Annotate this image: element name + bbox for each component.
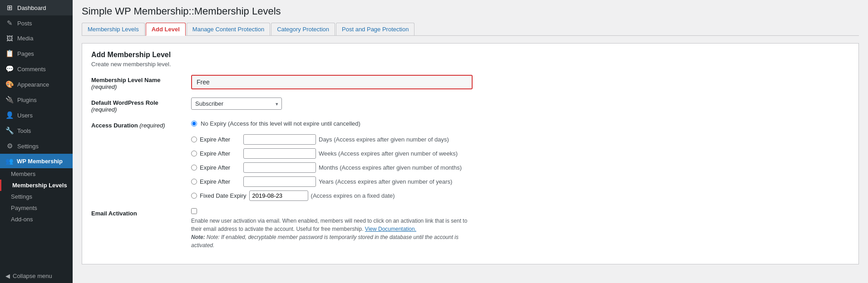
comments-icon: 💬: [5, 65, 14, 73]
form-section: Add Membership Level Create new membersh…: [82, 43, 859, 264]
email-activation-checkbox[interactable]: [191, 208, 197, 214]
tabs-container: Membership Levels Add Level Manage Conte…: [82, 23, 859, 36]
wp-membership-header[interactable]: 👥 WP Membership: [0, 154, 73, 168]
expire-days-label: Expire After: [200, 136, 241, 143]
tab-membership-levels[interactable]: Membership Levels: [82, 23, 145, 35]
sidebar-item-comments[interactable]: 💬 Comments: [0, 61, 73, 77]
sidebar-item-label: Comments: [17, 66, 46, 73]
plugins-icon: 🔌: [5, 96, 14, 104]
sidebar-item-label: Pages: [17, 50, 34, 57]
sidebar-item-appearance[interactable]: 🎨 Appearance: [0, 77, 73, 92]
expire-weeks-label: Expire After: [200, 150, 241, 157]
fixed-date-desc: (Access expires on a fixed date): [311, 192, 395, 199]
email-label: Email Activation: [91, 208, 182, 217]
radio-expire-months[interactable]: [191, 165, 197, 171]
radio-expire-days-row: Expire After Days (Access expires after …: [191, 134, 473, 145]
dashboard-icon: ⊞: [5, 4, 14, 12]
sidebar-submenu-payments[interactable]: Payments: [0, 202, 73, 214]
expire-years-label: Expire After: [200, 178, 241, 185]
expire-years-desc: Years (Access expires after given number…: [319, 178, 452, 185]
wp-membership-label: WP Membership: [17, 158, 63, 165]
collapse-menu-icon: ◀: [5, 273, 10, 279]
email-checkbox-row: [191, 208, 473, 214]
sidebar-item-label: Plugins: [17, 97, 37, 103]
radio-expire-years-row: Expire After Years (Access expires after…: [191, 176, 473, 187]
sidebar-submenu-members[interactable]: Members: [0, 168, 73, 180]
role-select[interactable]: Subscriber Editor Author Contributor Adm…: [191, 98, 282, 110]
fixed-date-label: Fixed Date Expiry: [200, 192, 247, 199]
tab-add-level[interactable]: Add Level: [146, 23, 186, 36]
no-expiry-label: No Expiry (Access for this level will no…: [201, 120, 360, 127]
name-required: (required): [91, 83, 117, 90]
sidebar-item-posts[interactable]: ✎ Posts: [0, 15, 73, 31]
form-section-title: Add Membership Level: [91, 51, 849, 59]
email-control: Enable new user activation via email. Wh…: [191, 208, 473, 249]
expire-weeks-desc: Weeks (Access expires after given number…: [319, 150, 458, 157]
sidebar-item-label: Dashboard: [17, 5, 46, 11]
email-note: Note: Note: If enabled, decryptable memb…: [191, 234, 459, 249]
radio-expire-days[interactable]: [191, 137, 197, 142]
page-title: Simple WP Membership::Membership Levels: [82, 5, 859, 17]
sidebar-item-plugins[interactable]: 🔌 Plugins: [0, 92, 73, 107]
duration-label: Access Duration (required): [91, 120, 182, 129]
sidebar: ⊞ Dashboard ✎ Posts 🖼 Media 📋 Pages 💬 Co…: [0, 0, 73, 283]
duration-control: No Expiry (Access for this level will no…: [191, 120, 473, 201]
sidebar-item-media[interactable]: 🖼 Media: [0, 31, 73, 46]
sidebar-item-tools[interactable]: 🔧 Tools: [0, 123, 73, 138]
radio-expire-weeks-row: Expire After Weeks (Access expires after…: [191, 148, 473, 159]
membership-level-name-input[interactable]: [191, 75, 473, 89]
sidebar-item-label: Settings: [17, 143, 39, 150]
tools-icon: 🔧: [5, 127, 14, 135]
expire-days-input[interactable]: [243, 134, 316, 145]
radio-expire-years[interactable]: [191, 179, 197, 185]
radio-no-expiry[interactable]: [191, 121, 197, 127]
tab-manage-content[interactable]: Manage Content Protection: [187, 23, 270, 35]
media-icon: 🖼: [5, 34, 14, 42]
name-control: [191, 75, 473, 89]
expire-months-label: Expire After: [200, 164, 241, 171]
email-desc: Enable new user activation via email. Wh…: [191, 217, 473, 249]
users-icon: 👤: [5, 111, 14, 119]
sidebar-item-settings[interactable]: ⚙ Settings: [0, 138, 73, 154]
expire-days-desc: Days (Access expires after given number …: [319, 136, 449, 143]
expire-months-input[interactable]: [243, 162, 316, 173]
sidebar-item-users[interactable]: 👤 Users: [0, 107, 73, 123]
sidebar-item-label: Tools: [17, 127, 31, 134]
sidebar-item-label: Appearance: [17, 81, 49, 88]
form-row-email: Email Activation Enable new user activat…: [91, 208, 849, 249]
tab-category-protection[interactable]: Category Protection: [271, 23, 335, 35]
sidebar-item-label: Users: [17, 112, 33, 119]
view-documentation-link[interactable]: View Documentation.: [365, 226, 416, 232]
settings-icon: ⚙: [5, 142, 14, 150]
radio-no-expiry-row: No Expiry (Access for this level will no…: [191, 120, 473, 127]
radio-expire-weeks[interactable]: [191, 151, 197, 156]
main-content: Simple WP Membership::Membership Levels …: [73, 0, 868, 283]
expire-years-input[interactable]: [243, 176, 316, 187]
form-row-role: Default WordPress Role (required) Subscr…: [91, 98, 849, 113]
role-select-wrapper: Subscriber Editor Author Contributor Adm…: [191, 98, 282, 110]
form-section-desc: Create new membership level.: [91, 61, 849, 68]
collapse-menu-label: Collapse menu: [13, 273, 52, 279]
radio-expire-months-row: Expire After Months (Access expires afte…: [191, 162, 473, 173]
fixed-date-input[interactable]: [249, 190, 308, 201]
duration-required: (required): [139, 122, 165, 129]
posts-icon: ✎: [5, 19, 14, 27]
duration-radio-group: No Expiry (Access for this level will no…: [191, 120, 473, 201]
appearance-icon: 🎨: [5, 80, 14, 88]
role-required: (required): [91, 106, 117, 113]
radio-fixed-date-row: Fixed Date Expiry (Access expires on a f…: [191, 190, 473, 201]
radio-fixed-date[interactable]: [191, 193, 197, 199]
sidebar-item-dashboard[interactable]: ⊞ Dashboard: [0, 0, 73, 15]
expire-months-desc: Months (Access expires after given numbe…: [319, 164, 462, 171]
form-row-duration: Access Duration (required) No Expiry (Ac…: [91, 120, 849, 201]
expire-weeks-input[interactable]: [243, 148, 316, 159]
sidebar-item-label: Posts: [17, 20, 32, 27]
sidebar-submenu-addons[interactable]: Add-ons: [0, 214, 73, 225]
tab-post-page-protection[interactable]: Post and Page Protection: [336, 23, 414, 35]
sidebar-submenu-membership-levels[interactable]: Membership Levels: [0, 180, 73, 191]
collapse-menu-button[interactable]: ◀ Collapse menu: [0, 269, 73, 283]
sidebar-item-pages[interactable]: 📋 Pages: [0, 46, 73, 61]
sidebar-submenu-settings[interactable]: Settings: [0, 191, 73, 202]
name-label: Membership Level Name (required): [91, 75, 182, 90]
role-control: Subscriber Editor Author Contributor Adm…: [191, 98, 473, 110]
